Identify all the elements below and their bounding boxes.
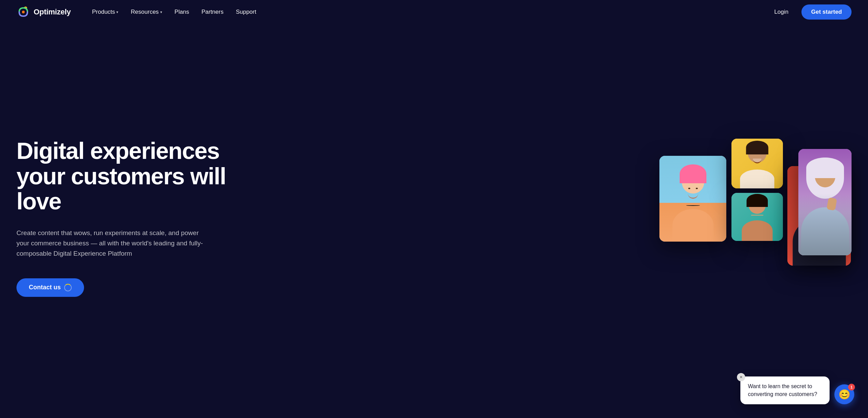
hero-image-1: [659, 156, 726, 242]
logo-icon: [16, 5, 30, 19]
main-nav: Optimizely Products ▾ Resources ▾ Plans …: [0, 0, 868, 24]
chat-notification-badge: 1: [848, 384, 855, 391]
hero-content: Digital experiences your customers will …: [16, 138, 257, 297]
nav-right: Login Get started: [770, 4, 852, 20]
nav-partners[interactable]: Partners: [197, 6, 228, 18]
chat-close-button[interactable]: ×: [737, 373, 745, 381]
nav-resources[interactable]: Resources ▾: [126, 6, 167, 18]
chat-avatar-button[interactable]: 😊 1: [834, 384, 854, 404]
get-started-button[interactable]: Get started: [801, 4, 852, 20]
nav-support[interactable]: Support: [231, 6, 261, 18]
hero-image-collage: [659, 139, 852, 303]
login-button[interactable]: Login: [770, 6, 794, 18]
resources-chevron-icon: ▾: [160, 10, 162, 14]
nav-links: Products ▾ Resources ▾ Plans Partners Su…: [87, 6, 769, 18]
contact-us-button[interactable]: Contact us: [16, 278, 84, 297]
hero-subtitle: Create content that wows, run experiment…: [16, 228, 209, 259]
logo-link[interactable]: Optimizely: [16, 5, 71, 19]
hero-section: Digital experiences your customers will …: [0, 24, 868, 418]
chat-message-bubble: × Want to learn the secret to converting…: [740, 376, 830, 404]
nav-plans[interactable]: Plans: [170, 6, 194, 18]
chat-avatar-icon: 😊: [838, 389, 851, 400]
hero-title: Digital experiences your customers will …: [16, 138, 229, 214]
svg-point-1: [22, 11, 25, 13]
spinner-icon: [64, 284, 72, 291]
nav-products[interactable]: Products ▾: [87, 6, 123, 18]
hero-image-5: [798, 149, 852, 255]
brand-name: Optimizely: [34, 8, 71, 16]
chat-widget: × Want to learn the secret to converting…: [740, 376, 854, 404]
hero-image-2: [731, 139, 783, 188]
hero-image-3: [731, 193, 783, 241]
products-chevron-icon: ▾: [116, 10, 118, 14]
chat-message-text: Want to learn the secret to converting m…: [748, 383, 817, 397]
